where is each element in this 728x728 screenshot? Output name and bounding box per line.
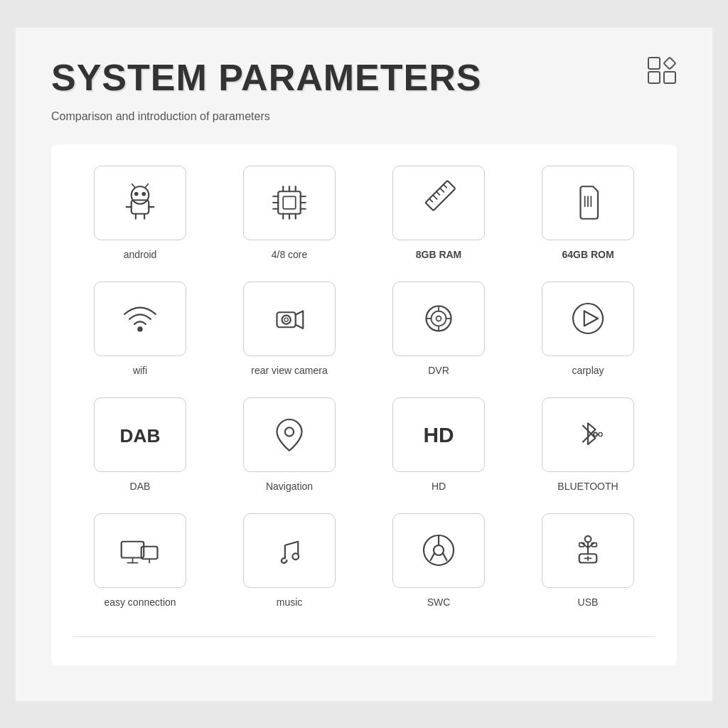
feature-item-hd: HD HD [371,397,506,492]
svg-point-37 [138,327,141,331]
feature-label-rom: 64GB ROM [562,249,614,260]
feature-label-dvr: DVR [428,365,449,376]
svg-line-12 [132,184,135,188]
grid-diamond-icon [647,56,677,86]
dvr-icon [414,294,464,343]
feature-box-easyconn [94,513,186,588]
feature-item-android: android [73,166,208,260]
feature-item-core: 4/8 core [222,166,357,260]
feature-box-ram [392,166,485,240]
feature-box-bluetooth [542,397,634,472]
svg-point-10 [135,193,138,196]
feature-item-easyconn: easy connection [73,513,208,608]
svg-rect-0 [648,58,660,69]
feature-box-swc [392,513,485,588]
feature-label-usb: USB [578,596,599,608]
feature-box-dab: DAB [94,397,186,472]
svg-line-13 [145,184,148,188]
svg-rect-14 [278,191,301,214]
music-icon [264,525,314,575]
feature-label-wifi: wifi [133,365,147,376]
feature-label-bluetooth: BLUETOOTH [557,481,618,492]
svg-rect-56 [122,542,144,558]
subtitle: Comparison and introduction of parameter… [51,110,677,123]
feature-grid: android 4/8 core [73,166,655,608]
feature-box-wifi [94,282,186,356]
svg-line-29 [429,198,432,201]
feature-label-music: music [277,596,303,608]
ruler-icon [414,178,464,228]
svg-rect-27 [283,196,296,209]
bottom-divider [73,636,655,637]
play-icon [563,294,613,343]
svg-point-63 [434,545,444,555]
camera-icon [264,294,314,343]
bluetooth-icon [563,410,613,459]
feature-box-music [243,513,336,588]
feature-item-dab: DAB DAB [73,397,208,492]
svg-text:HD: HD [424,423,454,446]
svg-rect-2 [664,72,675,83]
top-corner-icons [647,56,677,86]
feature-item-music: music [222,513,357,608]
svg-text:DAB: DAB [120,425,161,446]
feature-item-swc: SWC [371,513,506,608]
svg-point-4 [132,186,149,204]
chip-icon [264,178,314,228]
feature-item-wifi: wifi [73,282,208,376]
page-title: SYSTEM PARAMETERS [51,56,481,99]
svg-point-42 [432,311,446,326]
svg-line-66 [443,553,446,560]
feature-box-dvr [392,282,485,356]
feature-label-navigation: Navigation [266,481,313,492]
feature-item-carplay: carplay [520,282,655,376]
usb-icon [563,525,613,575]
feature-label-easyconn: easy connection [104,596,176,608]
svg-rect-38 [277,312,296,327]
feature-label-core: 4/8 core [272,249,308,260]
feature-label-hd: HD [432,481,446,492]
feature-box-android [94,166,186,240]
svg-point-54 [599,432,602,436]
feature-label-android: android [124,249,157,260]
feature-item-bluetooth: BLUETOOTH [520,397,655,492]
svg-line-32 [440,188,444,193]
feature-box-navigation [243,397,336,472]
feature-item-ram: 8GB RAM [371,166,506,260]
svg-point-53 [594,432,597,436]
feature-label-swc: SWC [427,596,451,608]
android-icon [115,178,165,228]
svg-rect-1 [648,72,660,83]
card-container: android 4/8 core [51,144,677,665]
svg-point-40 [284,318,288,321]
svg-marker-49 [584,311,598,326]
svg-point-39 [282,316,291,324]
feature-item-navigation: Navigation [222,397,357,492]
hd-icon: HD [414,410,464,459]
navigation-icon [264,410,314,459]
feature-label-carplay: carplay [572,365,604,376]
svg-line-31 [437,192,439,195]
svg-rect-3 [664,57,676,69]
feature-label-ram: 8GB RAM [416,249,462,260]
header: SYSTEM PARAMETERS [51,56,677,99]
svg-point-67 [585,536,592,542]
feature-box-rom [542,166,634,240]
svg-rect-28 [425,181,455,210]
feature-item-usb: USB [520,513,655,608]
svg-point-11 [143,193,146,196]
feature-label-dab: DAB [130,481,151,492]
feature-box-hd: HD [392,397,485,472]
screens-icon [115,525,165,575]
svg-line-65 [431,553,434,560]
feature-box-usb [542,513,634,588]
svg-point-61 [292,553,299,560]
wifi-icon [115,294,165,343]
sdcard-icon [563,178,613,228]
feature-item-rearview: rear view camera [222,282,357,376]
feature-item-rom: 64GB ROM [520,166,655,260]
svg-point-43 [437,316,441,321]
feature-box-core [243,166,336,240]
feature-box-rearview [243,282,336,356]
dab-icon: DAB [115,410,165,459]
